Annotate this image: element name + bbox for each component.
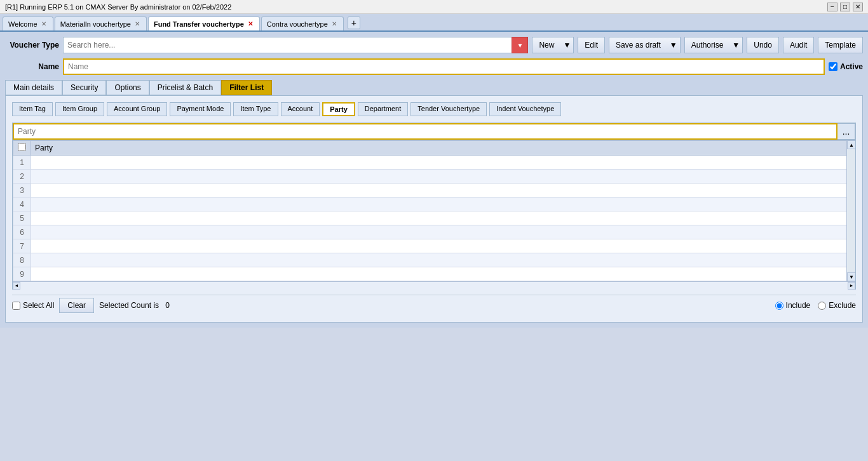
title-controls: − □ ✕ [827,3,863,11]
active-label: Active [840,62,863,71]
scroll-down-arrow[interactable]: ▼ [847,272,855,281]
vertical-scrollbar[interactable]: ▲ ▼ [846,140,855,281]
table-row: 7 [13,239,855,253]
tab-welcome[interactable]: Welcome ✕ [3,17,53,30]
filter-tab-item-tag[interactable]: Item Tag [12,102,53,116]
template-button[interactable]: Template [818,37,863,53]
maximize-button[interactable]: □ [840,3,850,11]
row-number: 5 [13,211,31,225]
tab-fund-transfer-label: Fund Transfer vouchertype [154,20,244,28]
save-draft-dropdown-button[interactable]: ▼ [667,37,681,53]
table-row: 6 [13,225,855,239]
grid-header-checkbox-input[interactable] [18,143,26,151]
include-radio[interactable] [775,302,783,310]
filter-tab-account[interactable]: Account [281,102,320,116]
filter-tabs: Item Tag Item Group Account Group Paymen… [12,102,856,116]
scroll-left-arrow[interactable]: ◄ [13,282,20,290]
table-row: 1 [13,156,855,170]
tab-materialin[interactable]: MaterialIn vouchertype ✕ [55,17,147,30]
filter-tab-item-group[interactable]: Item Group [55,102,104,116]
grid-wrapper: Party 1 2 3 4 5 6 7 8 [13,140,855,281]
row-party-value [31,239,855,253]
content-panel: Item Tag Item Group Account Group Paymen… [5,95,863,323]
table-search-row: ... [13,123,855,140]
toolbar-row: Voucher Type ▼ New ▼ Edit Save as draft … [5,37,863,53]
row-party-value [31,197,855,211]
section-tab-options[interactable]: Options [106,80,149,95]
tab-contra-close[interactable]: ✕ [330,20,338,28]
table-search-input[interactable] [13,123,837,140]
title-bar: [R1] Running ERP 5.1 on CMAX Server By a… [0,0,868,14]
undo-button[interactable]: Undo [747,37,779,53]
row-party-value [31,253,855,267]
filter-tab-payment-mode[interactable]: Payment Mode [170,102,231,116]
title-text: [R1] Running ERP 5.1 on CMAX Server By a… [5,3,231,11]
audit-button[interactable]: Audit [783,37,814,53]
edit-button[interactable]: Edit [578,37,605,53]
section-tab-security[interactable]: Security [62,80,106,95]
voucher-type-search-input[interactable] [63,37,528,53]
new-dropdown-button[interactable]: ▼ [560,37,574,53]
tab-contra[interactable]: Contra vouchertype ✕ [261,17,344,30]
include-exclude-group: Include Exclude [775,301,856,310]
grid-header-party: Party [31,141,855,156]
scroll-right-arrow[interactable]: ► [848,282,855,290]
row-number: 3 [13,184,31,197]
save-draft-button[interactable]: Save as draft [609,37,667,53]
name-label: Name [5,62,59,71]
main-content: Voucher Type ▼ New ▼ Edit Save as draft … [0,32,868,328]
row-number: 1 [13,156,31,170]
close-button[interactable]: ✕ [853,3,863,11]
select-all-label: Select All [23,301,54,310]
authorise-button-group: Authorise ▼ [684,37,743,53]
active-checkbox-container: Active [829,62,863,71]
tab-welcome-close[interactable]: ✕ [40,20,48,28]
filter-tab-tender-vouchertype[interactable]: Tender Vouchertype [410,102,487,116]
voucher-type-label: Voucher Type [5,41,59,50]
tab-fund-transfer-close[interactable]: ✕ [247,20,254,28]
table-search-button[interactable]: ... [837,123,855,140]
section-tab-main-details[interactable]: Main details [5,80,62,95]
grid-header-checkbox [13,141,31,156]
horizontal-scrollbar[interactable]: ◄ ► [13,281,855,289]
scroll-track [847,149,855,272]
row-number: 7 [13,239,31,253]
table-row: 9 [13,267,855,281]
tab-fund-transfer[interactable]: Fund Transfer vouchertype ✕ [148,17,260,30]
row-number: 9 [13,267,31,281]
table-row: 2 [13,170,855,184]
filter-tab-item-type[interactable]: Item Type [233,102,278,116]
authorise-dropdown-button[interactable]: ▼ [729,37,743,53]
voucher-type-search-container: ▼ [63,37,528,53]
filter-tab-account-group[interactable]: Account Group [107,102,167,116]
row-number: 8 [13,253,31,267]
scroll-up-arrow[interactable]: ▲ [847,140,855,149]
tab-add-button[interactable]: + [348,17,360,29]
minimize-button[interactable]: − [827,3,837,11]
tab-bar: Welcome ✕ MaterialIn vouchertype ✕ Fund … [0,14,868,32]
row-party-value [31,225,855,239]
exclude-radio[interactable] [818,302,826,310]
voucher-type-dropdown-arrow[interactable]: ▼ [512,37,528,53]
authorise-button[interactable]: Authorise [684,37,730,53]
section-tab-filter-list[interactable]: Filter List [221,80,272,95]
exclude-label: Exclude [829,301,856,310]
table-row: 3 [13,184,855,197]
table-row: 4 [13,197,855,211]
exclude-option: Exclude [818,301,856,310]
filter-tab-department[interactable]: Department [358,102,408,116]
filter-tab-party[interactable]: Party [322,102,355,116]
row-number: 4 [13,197,31,211]
include-label: Include [786,301,811,310]
active-checkbox[interactable] [829,62,837,71]
name-input[interactable] [63,58,825,75]
table-row: 5 [13,211,855,225]
section-tabs: Main details Security Options Pricelist … [5,80,863,95]
filter-tab-indent-vouchetype[interactable]: Indent Vouchetype [489,102,561,116]
new-button[interactable]: New [532,37,560,53]
selected-count-text: Selected Count is 0 [99,301,170,310]
section-tab-pricelist-batch[interactable]: Pricelist & Batch [149,80,221,95]
tab-materialin-close[interactable]: ✕ [133,20,141,28]
select-all-checkbox[interactable] [12,302,20,310]
clear-button[interactable]: Clear [59,298,94,313]
